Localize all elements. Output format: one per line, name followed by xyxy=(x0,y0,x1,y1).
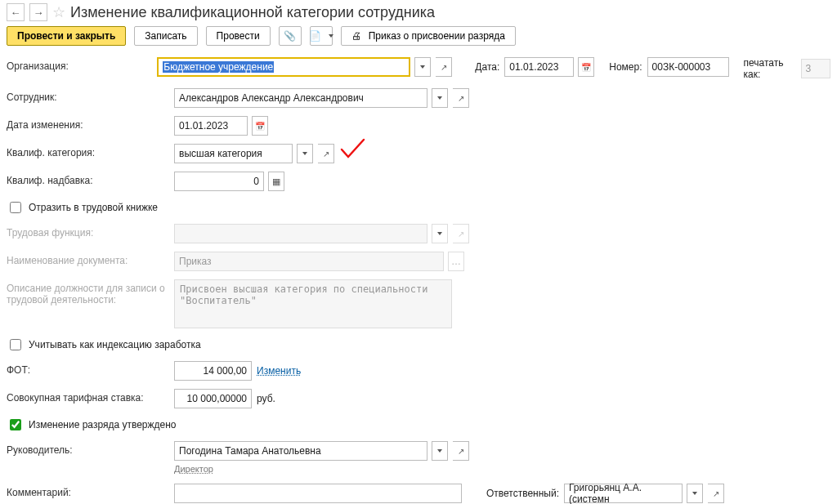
toolbar: Провести и закрыть Записать Провести При… xyxy=(7,26,830,46)
annotation-checkmark-icon xyxy=(338,137,370,162)
category-open-button[interactable] xyxy=(318,144,334,163)
workbook-label: Отразить в трудовой книжке xyxy=(29,202,158,213)
indexation-checkbox-row: Учитывать как индексацию заработка xyxy=(7,337,830,353)
manager-dropdown-button[interactable] xyxy=(432,441,448,461)
org-field[interactable]: Бюджетное учреждение xyxy=(157,57,410,77)
page-title: Изменение квалификационной категории сот… xyxy=(70,4,435,21)
fot-change-link[interactable]: Изменить xyxy=(257,365,301,377)
responsible-label: Ответственный: xyxy=(486,488,559,499)
fot-row: ФОТ: 14 000,00 Изменить xyxy=(7,361,830,381)
employee-open-button[interactable] xyxy=(453,88,469,108)
nav-forward-button[interactable]: → xyxy=(29,3,47,21)
responsible-dropdown-button[interactable] xyxy=(687,484,703,503)
approved-checkbox-row: Изменение разряда утверждено xyxy=(7,417,830,433)
change-date-calendar-button[interactable] xyxy=(252,116,268,136)
employee-field[interactable]: Александров Александр Александрович xyxy=(174,88,427,108)
org-row: Организация: Бюджетное учреждение Дата: … xyxy=(7,57,830,80)
change-date-row: Дата изменения: 01.01.2023 xyxy=(7,116,830,136)
fot-label: ФОТ: xyxy=(7,361,166,376)
paperclip-icon xyxy=(284,30,296,42)
number-field[interactable]: 00ЗК-000003 xyxy=(647,57,729,77)
change-date-field[interactable]: 01.01.2023 xyxy=(174,116,248,136)
fot-field[interactable]: 14 000,00 xyxy=(174,361,252,381)
labor-func-open-button xyxy=(453,224,469,243)
manager-label: Руководитель: xyxy=(7,441,166,456)
employee-row: Сотрудник: Александров Александр Алексан… xyxy=(7,88,830,108)
org-open-button[interactable] xyxy=(436,57,452,77)
category-row: Квалиф. категория: высшая категория xyxy=(7,144,830,163)
tariff-label: Совокупная тарифная ставка: xyxy=(7,389,166,404)
employee-label: Сотрудник: xyxy=(7,88,166,103)
comment-row: Комментарий: Ответственный: Григорьянц А… xyxy=(7,484,830,503)
post-button[interactable]: Провести xyxy=(206,26,271,46)
date-field[interactable]: 01.01.2023 xyxy=(504,57,574,77)
print-as-field: 3 xyxy=(801,59,831,78)
org-dropdown-button[interactable] xyxy=(414,57,431,77)
workbook-checkbox-row: Отразить в трудовой книжке xyxy=(7,199,830,216)
printer-icon xyxy=(351,30,365,42)
doc-name-field: Приказ xyxy=(174,252,444,271)
allowance-row: Квалиф. надбавка: 0 xyxy=(7,172,830,191)
workbook-checkbox[interactable] xyxy=(10,202,21,213)
number-label: Номер: xyxy=(609,61,642,73)
manager-open-button[interactable] xyxy=(453,441,469,461)
labor-func-row: Трудовая функция: xyxy=(7,224,830,243)
org-label: Организация: xyxy=(7,57,149,72)
manager-field[interactable]: Погодина Тамара Анатольевна xyxy=(174,441,427,461)
tariff-unit-label: руб. xyxy=(257,393,275,404)
position-desc-row: Описание должности для записи о трудовой… xyxy=(7,279,830,328)
manager-title-link[interactable]: Директор xyxy=(174,464,469,474)
tariff-field[interactable]: 10 000,00000 xyxy=(174,389,252,408)
category-label: Квалиф. категория: xyxy=(7,144,166,158)
approved-checkbox[interactable] xyxy=(10,419,21,430)
favorite-icon[interactable]: ☆ xyxy=(52,3,65,21)
save-button[interactable]: Записать xyxy=(134,26,197,46)
document-icon xyxy=(309,30,321,42)
employee-dropdown-button[interactable] xyxy=(432,88,448,108)
order-print-button[interactable]: Приказ о присвоении разряда xyxy=(341,26,516,46)
labor-func-field xyxy=(174,224,427,243)
tariff-row: Совокупная тарифная ставка: 10 000,00000… xyxy=(7,389,830,408)
comment-field[interactable] xyxy=(174,484,462,503)
indexation-label: Учитывать как индексацию заработка xyxy=(29,339,201,350)
comment-label: Комментарий: xyxy=(7,484,166,498)
document-dropdown-button[interactable] xyxy=(310,26,333,46)
category-field[interactable]: высшая категория xyxy=(174,144,293,163)
nav-back-button[interactable]: ← xyxy=(7,3,25,21)
category-dropdown-button[interactable] xyxy=(297,144,313,163)
post-and-close-button[interactable]: Провести и закрыть xyxy=(7,26,126,46)
position-desc-label: Описание должности для записи о трудовой… xyxy=(7,279,166,306)
allowance-label: Квалиф. надбавка: xyxy=(7,172,166,186)
date-label: Дата: xyxy=(475,61,499,73)
approved-label: Изменение разряда утверждено xyxy=(29,419,177,430)
responsible-open-button[interactable] xyxy=(708,484,724,503)
change-date-label: Дата изменения: xyxy=(7,116,166,131)
doc-name-dots-button xyxy=(448,252,464,271)
labor-func-label: Трудовая функция: xyxy=(7,224,166,239)
labor-func-dropdown-button xyxy=(432,224,448,243)
allowance-field[interactable]: 0 xyxy=(174,172,264,191)
allowance-calc-button[interactable] xyxy=(268,172,284,191)
header: ← → ☆ Изменение квалификационной категор… xyxy=(7,3,830,21)
manager-row: Руководитель: Погодина Тамара Анатольевн… xyxy=(7,441,830,474)
date-calendar-button[interactable] xyxy=(578,57,594,77)
responsible-field[interactable]: Григорьянц А.А. (системн xyxy=(564,484,683,503)
position-desc-field xyxy=(174,279,452,328)
doc-name-label: Наименование документа: xyxy=(7,252,166,266)
indexation-checkbox[interactable] xyxy=(10,339,21,350)
doc-name-row: Наименование документа: Приказ xyxy=(7,252,830,271)
attachment-button[interactable] xyxy=(279,26,302,46)
print-as-label: печатать как: xyxy=(744,57,796,80)
